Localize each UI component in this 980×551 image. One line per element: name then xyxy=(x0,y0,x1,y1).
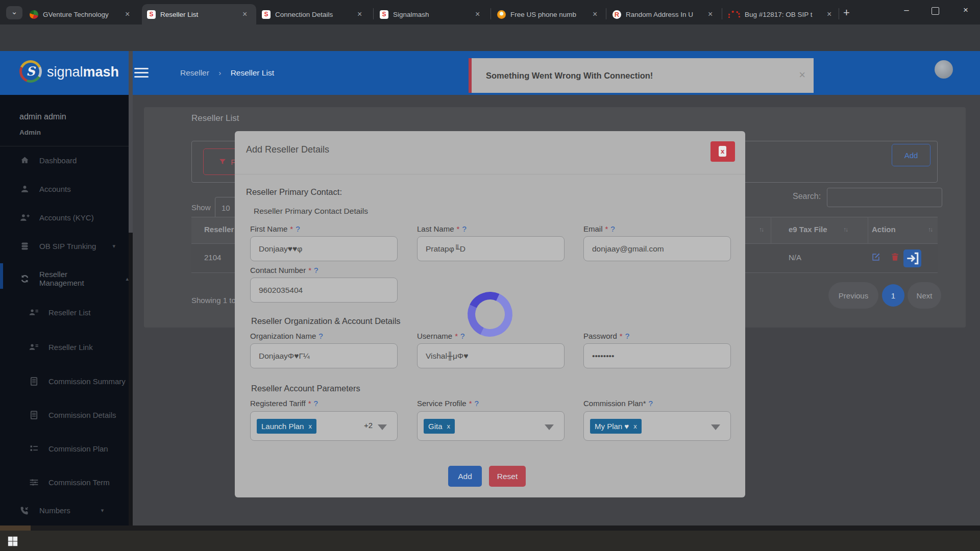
sort-icon[interactable]: ↑↓ xyxy=(759,226,763,233)
tab-signalmash[interactable]: S Signalmash × xyxy=(375,4,489,24)
sidebar-subitem-reseller-link[interactable]: Reseller Link xyxy=(29,342,93,353)
sidebar-item-reseller-management[interactable]: Reseller Management ▴ xyxy=(19,270,129,287)
registered-tariff-select[interactable]: Launch Planx +2 xyxy=(250,411,398,441)
delete-trash-icon[interactable] xyxy=(890,252,900,262)
tab-connection-details[interactable]: S Connection Details × xyxy=(257,4,371,24)
tab-gventure[interactable]: GVenture Technology × xyxy=(24,4,141,24)
tab-close-icon[interactable]: × xyxy=(474,10,481,19)
tab-close-icon[interactable]: × xyxy=(241,10,248,19)
pagination-previous[interactable]: Previous xyxy=(828,282,878,309)
sidebar-item-accounts-kyc[interactable]: Accounts (KYC) xyxy=(19,212,94,223)
help-icon[interactable]: ? xyxy=(475,399,479,408)
edit-icon[interactable] xyxy=(871,252,881,262)
phone-icon xyxy=(19,505,30,516)
table-col-e9[interactable]: e9 Tax File xyxy=(789,225,827,234)
new-tab-button[interactable]: + xyxy=(843,6,850,19)
tab-title: GVenture Technology xyxy=(43,11,119,18)
help-icon[interactable]: ? xyxy=(649,399,653,408)
breadcrumb: Reseller › Reseller List xyxy=(180,68,274,78)
breadcrumb-parent[interactable]: Reseller xyxy=(180,68,209,77)
help-icon[interactable]: ? xyxy=(314,266,318,274)
password-input[interactable] xyxy=(583,343,731,368)
browser-tab-strip: ⌄ GVenture Technology × S Reseller List … xyxy=(0,0,980,24)
organization-name-input[interactable] xyxy=(250,343,398,368)
help-icon[interactable]: ? xyxy=(460,332,464,340)
sidebar-subitem-reseller-list[interactable]: Reseller List xyxy=(29,307,91,318)
last-name-input[interactable] xyxy=(417,236,565,261)
tab-divider xyxy=(722,8,722,19)
required-asterisk: * xyxy=(605,224,608,233)
search-input[interactable] xyxy=(827,188,942,207)
table-col-reseller[interactable]: Reseller xyxy=(204,225,234,234)
page-number: 1 xyxy=(891,291,895,300)
help-icon[interactable]: ? xyxy=(314,399,318,408)
service-profile-select[interactable]: Gitax xyxy=(417,411,565,441)
tab-bug-12817[interactable]: Bug #12817: OB SIP t × xyxy=(723,4,839,24)
sidebar-subitem-commission-summary[interactable]: Commission Summary xyxy=(29,376,126,387)
hamburger-menu-icon[interactable] xyxy=(134,68,149,78)
pagination-page-1[interactable]: 1 xyxy=(882,284,904,307)
email-input[interactable] xyxy=(583,236,731,261)
service-profile-chip[interactable]: Gitax xyxy=(424,419,455,434)
signalmash-logo[interactable]: S xyxy=(19,60,42,83)
sidebar-subitem-commission-details[interactable]: Commission Details xyxy=(29,410,116,420)
sort-icon[interactable]: ↑↓ xyxy=(843,226,847,233)
signalmash-favicon-icon: S xyxy=(380,10,388,19)
required-asterisk: * xyxy=(620,332,623,340)
required-asterisk: * xyxy=(469,399,472,408)
help-icon[interactable]: ? xyxy=(462,224,466,233)
first-name-input[interactable] xyxy=(250,236,398,261)
select-caret-icon xyxy=(711,424,720,430)
sidebar-subitem-commission-term[interactable]: Commission Term xyxy=(29,477,110,488)
brand-bold: mash xyxy=(83,64,119,80)
tab-reseller-list[interactable]: S Reseller List × xyxy=(142,4,256,24)
window-close-button[interactable]: × xyxy=(955,5,976,15)
sidebar-item-ob-sip-trunking[interactable]: OB SIP Trunking ▾ xyxy=(19,241,115,252)
signalmash-favicon-icon: S xyxy=(262,10,271,19)
tariff-chip[interactable]: Launch Planx xyxy=(257,419,316,434)
chip-remove-icon[interactable]: x xyxy=(633,422,637,430)
sort-icon[interactable]: ↑↓ xyxy=(928,226,932,233)
help-icon[interactable]: ? xyxy=(296,224,300,233)
add-button-top[interactable]: Add xyxy=(892,144,930,166)
pagination-next[interactable]: Next xyxy=(908,282,941,309)
table-col-action[interactable]: Action xyxy=(872,225,896,234)
toast-close-icon[interactable]: × xyxy=(799,68,805,82)
sidebar-item-numbers[interactable]: Numbers ▾ xyxy=(19,505,104,516)
login-as-button[interactable] xyxy=(903,249,921,267)
contact-number-input[interactable] xyxy=(250,278,398,303)
header-avatar[interactable] xyxy=(935,60,953,79)
sidebar-item-accounts[interactable]: Accounts xyxy=(19,184,71,194)
more-count: +2 xyxy=(364,421,373,430)
sidebar-scrollbar-thumb[interactable] xyxy=(129,51,133,233)
sidebar-subitem-commission-plan[interactable]: Commission Plan xyxy=(29,443,108,454)
modal-add-button[interactable]: Add xyxy=(448,466,482,487)
help-icon[interactable]: ? xyxy=(625,332,629,340)
commission-plan-chip[interactable]: My Plan ♥x xyxy=(590,419,642,434)
tab-close-icon[interactable]: × xyxy=(124,10,131,19)
tab-close-icon[interactable]: × xyxy=(826,10,832,19)
sidebar-item-label: Commission Plan xyxy=(48,444,108,453)
sidebar-item-label: Commission Details xyxy=(48,411,116,419)
modal-close-button[interactable]: x xyxy=(710,141,735,162)
help-icon[interactable]: ? xyxy=(318,332,323,340)
sidebar-item-dashboard[interactable]: Dashboard xyxy=(19,155,77,166)
tab-random-address[interactable]: R Random Address In U × xyxy=(607,4,721,24)
field-label-email: Email*? xyxy=(583,224,615,233)
window-minimize-button[interactable]: – xyxy=(896,5,917,15)
chip-remove-icon[interactable]: x xyxy=(308,422,312,430)
username-input[interactable] xyxy=(417,343,565,368)
commission-plan-select[interactable]: My Plan ♥x xyxy=(583,411,731,441)
document-icon xyxy=(29,376,39,387)
start-button-icon[interactable] xyxy=(7,536,18,547)
tab-search-button[interactable]: ⌄ xyxy=(6,6,22,19)
help-icon[interactable]: ? xyxy=(610,224,615,233)
tab-close-icon[interactable]: × xyxy=(592,10,598,19)
tab-close-icon[interactable]: × xyxy=(356,10,363,19)
tab-title: Signalmash xyxy=(393,11,470,18)
tab-close-icon[interactable]: × xyxy=(707,10,714,19)
chip-remove-icon[interactable]: x xyxy=(447,422,451,430)
modal-reset-button[interactable]: Reset xyxy=(489,466,526,487)
tab-free-us-phone[interactable]: Free US phone numb × xyxy=(492,4,605,24)
window-maximize-button[interactable] xyxy=(932,7,939,15)
